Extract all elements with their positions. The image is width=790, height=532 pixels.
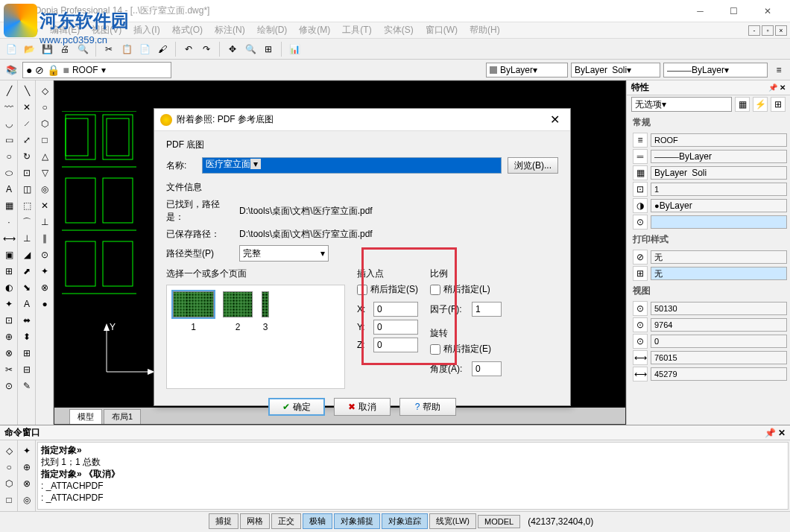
dim-icon[interactable]: ⟷	[1, 231, 16, 246]
prop-ltype[interactable]: ——— ByLayer	[651, 150, 787, 163]
minimize-button[interactable]: ─	[683, 0, 717, 22]
mod-n-icon[interactable]: A	[19, 297, 34, 311]
layer-manager-icon[interactable]: 📚	[3, 62, 19, 78]
cmd-a-icon[interactable]: ◇	[1, 443, 16, 458]
menu-window[interactable]: 窗口(W)	[420, 22, 464, 38]
mod-p-icon[interactable]: ⬍	[19, 329, 34, 344]
browse-button[interactable]: 浏览(B)...	[508, 157, 558, 174]
input-x[interactable]	[373, 302, 418, 317]
open-icon[interactable]: 📂	[21, 41, 37, 57]
rect-icon[interactable]: ▭	[1, 133, 16, 148]
filter-icon[interactable]: ⊞	[771, 97, 786, 112]
arc-icon[interactable]: ◡	[1, 116, 16, 131]
menu-annotate[interactable]: 标注(N)	[209, 22, 251, 38]
mod-f-icon[interactable]: ⊡	[19, 165, 34, 180]
mod-k-icon[interactable]: ◢	[19, 247, 34, 262]
circle-icon[interactable]: ○	[1, 149, 16, 164]
snap-a-icon[interactable]: ◇	[37, 83, 52, 98]
cancel-button[interactable]: ✖取消	[334, 398, 391, 416]
table-icon[interactable]: ⊞	[1, 264, 16, 279]
mdi-restore[interactable]: ▫	[762, 25, 774, 36]
snap-h-icon[interactable]: ✕	[37, 198, 52, 213]
mod-j-icon[interactable]: ⊥	[19, 231, 34, 246]
redo-icon[interactable]: ↷	[198, 41, 215, 57]
tab-model[interactable]: 模型	[69, 409, 102, 424]
prop-ltype2[interactable]: ByLayer Soli	[651, 166, 787, 180]
snap-c-icon[interactable]: ⬡	[37, 116, 52, 131]
prop-v1[interactable]: 50130	[651, 302, 787, 315]
mdi-minimize[interactable]: -	[748, 25, 760, 36]
status-model[interactable]: MODEL	[478, 515, 520, 528]
status-ortho[interactable]: 正交	[271, 513, 301, 529]
status-grid[interactable]: 网格	[240, 513, 270, 529]
snap-m-icon[interactable]: ⊗	[37, 280, 52, 295]
menu-help[interactable]: 帮助(H)	[464, 22, 506, 38]
snap-b-icon[interactable]: ○	[37, 100, 52, 115]
menu-solids[interactable]: 实体(S)	[378, 22, 420, 38]
prop-color[interactable]: ● ByLayer	[651, 199, 787, 212]
properties-icon[interactable]: 📊	[286, 41, 303, 57]
prop-none1[interactable]: 无	[651, 250, 787, 264]
snap-l-icon[interactable]: ✦	[37, 264, 52, 279]
prop-v4[interactable]: 76015	[651, 351, 787, 364]
menu-view[interactable]: 视图(V)	[86, 22, 127, 38]
input-factor[interactable]	[472, 302, 502, 317]
quick-icon[interactable]: ⚡	[753, 97, 768, 112]
mod-g-icon[interactable]: ◫	[19, 182, 34, 197]
check-later-s[interactable]: 稍后指定(S)	[357, 283, 418, 296]
new-icon[interactable]: 📄	[3, 41, 19, 57]
prop-v3[interactable]: 0	[651, 335, 787, 348]
mod-e-icon[interactable]: ↻	[19, 149, 34, 164]
tool-a-icon[interactable]: ◐	[1, 280, 16, 295]
input-angle[interactable]	[472, 361, 502, 376]
mod-d-icon[interactable]: ⤢	[19, 133, 34, 148]
pathtype-select[interactable]: 完整▾	[239, 245, 329, 262]
mod-b-icon[interactable]: ✕	[19, 100, 34, 115]
point-icon[interactable]: ·	[1, 215, 16, 229]
status-polar[interactable]: 极轴	[303, 513, 332, 529]
help-button[interactable]: ?帮助	[399, 398, 456, 416]
linetype-combo[interactable]: ByLayer Soli▾	[571, 63, 660, 77]
snap-g-icon[interactable]: ◎	[37, 182, 52, 197]
cmd-d-icon[interactable]: □	[1, 493, 16, 507]
snap-d-icon[interactable]: □	[37, 133, 52, 148]
cmd-c-icon[interactable]: ⬡	[1, 476, 16, 491]
tool-f-icon[interactable]: ✂	[1, 362, 16, 377]
cmd-b-icon[interactable]: ○	[1, 460, 16, 475]
pin-icon[interactable]: 📌 ✕	[768, 83, 786, 92]
status-otrack[interactable]: 对象追踪	[382, 513, 428, 529]
snap-j-icon[interactable]: ∥	[37, 231, 52, 246]
mod-a-icon[interactable]: ╲	[19, 83, 34, 98]
lineweight-combo[interactable]: ———ByLayer▾	[663, 63, 768, 77]
status-snap[interactable]: 捕捉	[209, 513, 238, 529]
preview-icon[interactable]: 🔍	[75, 41, 91, 57]
cmd-g-icon[interactable]: ⊗	[19, 476, 34, 491]
prop-v5[interactable]: 45279	[651, 367, 787, 381]
maximize-button[interactable]: ☐	[717, 0, 750, 22]
snap-e-icon[interactable]: △	[37, 149, 52, 164]
select-icon[interactable]: ▦	[735, 97, 750, 112]
cmd-e-icon[interactable]: ✦	[19, 443, 34, 458]
block-icon[interactable]: ▣	[1, 247, 16, 262]
status-lw[interactable]: 线宽(LW)	[429, 513, 476, 529]
cmd-h-icon[interactable]: ◎	[19, 493, 34, 507]
layer-selector[interactable]: ● ⊘ 🔒 ■ ROOF ▾	[22, 62, 171, 78]
check-later-l[interactable]: 稍后指定(L)	[430, 283, 502, 296]
mod-q-icon[interactable]: ⊞	[19, 346, 34, 361]
tab-layout1[interactable]: 布局1	[104, 409, 141, 424]
brush-icon[interactable]: 🖌	[154, 41, 171, 57]
menu-format[interactable]: 格式(O)	[166, 22, 209, 38]
ok-button[interactable]: ✔确定	[268, 398, 325, 416]
mod-s-icon[interactable]: ✎	[19, 379, 34, 393]
zoom-icon[interactable]: 🔍	[242, 41, 259, 57]
dialog-close-button[interactable]: ✕	[546, 113, 564, 127]
undo-icon[interactable]: ↶	[180, 41, 197, 57]
cmd-f-icon[interactable]: ⊕	[19, 460, 34, 475]
tool-e-icon[interactable]: ⊗	[1, 346, 16, 361]
line-icon[interactable]: ╱	[1, 83, 16, 98]
input-z[interactable]	[373, 338, 418, 352]
selection-combo[interactable]: 无选项▾	[631, 97, 732, 112]
copy-icon[interactable]: 📋	[118, 41, 135, 57]
mod-l-icon[interactable]: ⬈	[19, 264, 34, 279]
mod-h-icon[interactable]: ⬚	[19, 198, 34, 213]
